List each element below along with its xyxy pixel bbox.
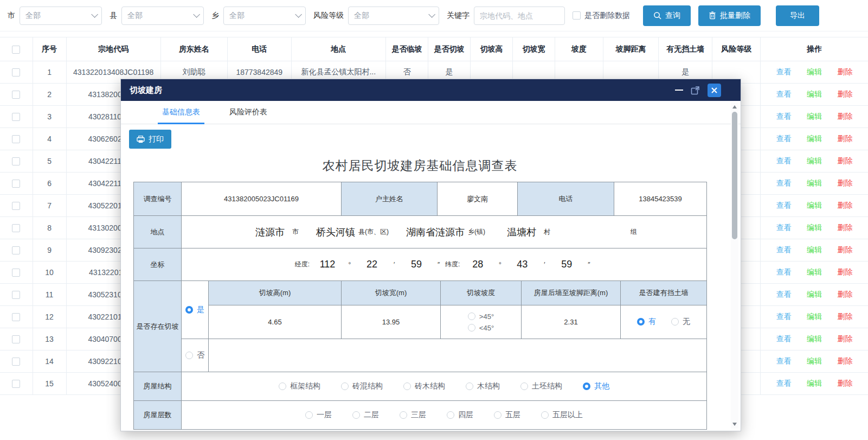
- view-link[interactable]: 查看: [776, 156, 792, 166]
- row-checkbox[interactable]: [12, 358, 20, 366]
- row-checkbox[interactable]: [12, 291, 20, 299]
- radio-option[interactable]: 无: [671, 317, 690, 327]
- edit-link[interactable]: 编辑: [807, 112, 822, 122]
- row-checkbox[interactable]: [12, 180, 20, 188]
- radio-option[interactable]: 砖木结构: [403, 381, 445, 391]
- row-checkbox[interactable]: [12, 135, 20, 143]
- edit-link[interactable]: 编辑: [807, 223, 822, 233]
- row-checkbox[interactable]: [12, 246, 20, 254]
- delete-link[interactable]: 删除: [838, 201, 853, 211]
- delete-link[interactable]: 删除: [838, 134, 853, 144]
- radio-option[interactable]: 三层: [400, 410, 426, 420]
- view-link[interactable]: 查看: [776, 134, 792, 144]
- column-header: 有无挡土墙: [659, 37, 712, 61]
- tab-risk-evaluation[interactable]: 风险评价表: [221, 101, 276, 124]
- view-link[interactable]: 查看: [776, 290, 792, 299]
- radio-option[interactable]: 木结构: [466, 381, 500, 391]
- scrollbar-thumb[interactable]: [732, 112, 737, 239]
- row-checkbox[interactable]: [12, 68, 20, 76]
- export-button[interactable]: 导出: [776, 5, 819, 26]
- edit-link[interactable]: 编辑: [807, 156, 822, 166]
- radio-option[interactable]: 有: [637, 317, 656, 327]
- edit-link[interactable]: 编辑: [807, 178, 822, 188]
- edit-link[interactable]: 编辑: [807, 334, 822, 344]
- view-link[interactable]: 查看: [776, 178, 792, 188]
- tab-basic-info[interactable]: 基础信息表: [153, 101, 209, 124]
- radio-option[interactable]: 土坯结构: [520, 381, 562, 391]
- radio-option[interactable]: 二层: [352, 410, 379, 420]
- delete-link[interactable]: 删除: [838, 178, 853, 188]
- radio-option[interactable]: 框架结构: [279, 381, 320, 391]
- view-link[interactable]: 查看: [776, 245, 792, 255]
- radio-option[interactable]: 五层: [494, 410, 520, 420]
- view-link[interactable]: 查看: [776, 223, 792, 233]
- delete-link[interactable]: 删除: [838, 156, 853, 166]
- row-checkbox[interactable]: [12, 91, 20, 99]
- radio-option[interactable]: 砖混结构: [341, 381, 383, 391]
- edit-link[interactable]: 编辑: [807, 379, 822, 388]
- dialog-scrollbar[interactable]: [731, 103, 738, 429]
- batch-delete-button[interactable]: 批量删除: [698, 5, 761, 26]
- row-checkbox[interactable]: [12, 113, 20, 121]
- edit-link[interactable]: 编辑: [807, 134, 822, 144]
- view-link[interactable]: 查看: [776, 267, 792, 277]
- row-checkbox[interactable]: [12, 157, 20, 165]
- row-checkbox[interactable]: [12, 335, 20, 343]
- maximize-icon[interactable]: [691, 86, 700, 95]
- select-all-checkbox[interactable]: [12, 46, 20, 54]
- row-checkbox[interactable]: [12, 202, 20, 210]
- delete-link[interactable]: 删除: [838, 312, 853, 322]
- keyword-input[interactable]: [474, 7, 565, 25]
- view-link[interactable]: 查看: [776, 67, 792, 77]
- edit-link[interactable]: 编辑: [807, 90, 822, 99]
- radio-option[interactable]: >45°: [468, 313, 494, 321]
- show-deleted-checkbox[interactable]: [573, 11, 581, 20]
- delete-link[interactable]: 删除: [838, 379, 853, 388]
- delete-link[interactable]: 删除: [838, 356, 853, 366]
- view-link[interactable]: 查看: [776, 90, 792, 99]
- risk-level-select[interactable]: 全部: [348, 7, 439, 25]
- close-icon[interactable]: [708, 84, 721, 97]
- radio-option[interactable]: 其他: [583, 381, 609, 391]
- view-link[interactable]: 查看: [776, 312, 792, 322]
- township-select[interactable]: 全部: [223, 7, 306, 25]
- edit-link[interactable]: 编辑: [807, 312, 822, 322]
- edit-link[interactable]: 编辑: [807, 245, 822, 255]
- view-link[interactable]: 查看: [776, 201, 792, 211]
- delete-link[interactable]: 删除: [838, 245, 853, 255]
- radio-option[interactable]: 一层: [305, 410, 332, 420]
- delete-link[interactable]: 删除: [838, 90, 853, 99]
- edit-link[interactable]: 编辑: [807, 356, 822, 366]
- delete-link[interactable]: 删除: [838, 267, 853, 277]
- edit-link[interactable]: 编辑: [807, 67, 822, 77]
- row-checkbox[interactable]: [12, 224, 20, 232]
- radio-option[interactable]: 五层以上: [541, 410, 583, 420]
- delete-link[interactable]: 删除: [838, 290, 853, 299]
- radio-option[interactable]: <45°: [468, 324, 494, 332]
- view-link[interactable]: 查看: [776, 112, 792, 122]
- delete-link[interactable]: 删除: [838, 67, 853, 77]
- radio-cutslope-no[interactable]: 否: [185, 350, 204, 360]
- radio-option[interactable]: 四层: [447, 410, 473, 420]
- city-select[interactable]: 全部: [20, 7, 102, 25]
- edit-link[interactable]: 编辑: [807, 201, 822, 211]
- view-link[interactable]: 查看: [776, 356, 792, 366]
- view-link[interactable]: 查看: [776, 379, 792, 388]
- dialog-titlebar[interactable]: 切坡建房: [121, 79, 741, 101]
- query-button[interactable]: 查询: [643, 5, 691, 26]
- county-select[interactable]: 全部: [121, 7, 204, 25]
- edit-link[interactable]: 编辑: [807, 267, 822, 277]
- row-checkbox[interactable]: [12, 313, 20, 321]
- delete-link[interactable]: 删除: [838, 112, 853, 122]
- radio-cutslope-yes[interactable]: 是: [185, 305, 204, 315]
- delete-link[interactable]: 删除: [838, 334, 853, 344]
- row-checkbox[interactable]: [12, 269, 20, 277]
- row-checkbox[interactable]: [12, 380, 20, 388]
- edit-link[interactable]: 编辑: [807, 290, 822, 299]
- print-button[interactable]: 打印: [129, 130, 171, 149]
- view-link[interactable]: 查看: [776, 334, 792, 344]
- delete-link[interactable]: 删除: [838, 223, 853, 233]
- scroll-up-icon[interactable]: [732, 105, 737, 109]
- minimize-icon[interactable]: [675, 90, 683, 91]
- scroll-down-icon[interactable]: [732, 423, 737, 426]
